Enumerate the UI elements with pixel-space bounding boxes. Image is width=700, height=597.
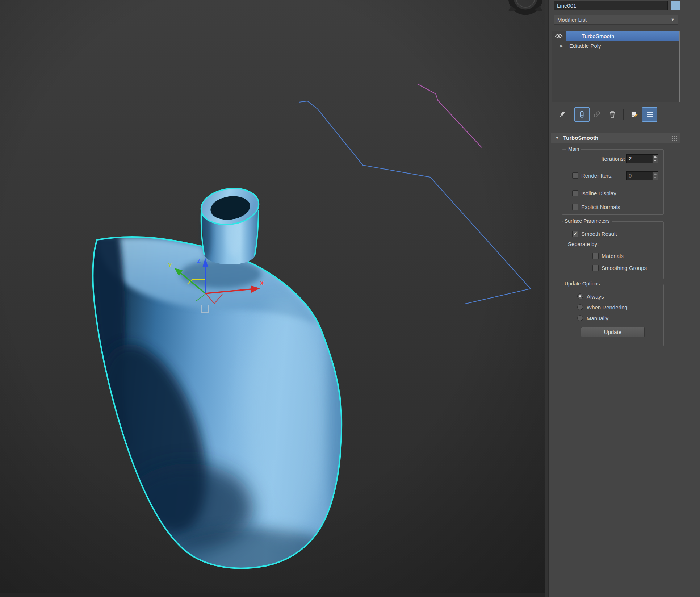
- show-end-result-button[interactable]: [574, 107, 590, 122]
- modifier-list-dropdown[interactable]: Modifier List ▼: [554, 15, 678, 25]
- viewport-canvas[interactable]: Z Y X: [0, 0, 545, 597]
- smooth-result-label: Smooth Result: [581, 230, 617, 238]
- viewport[interactable]: Z Y X: [0, 0, 545, 597]
- update-when-rendering-label: When Rendering: [587, 304, 628, 311]
- remove-modifier-button[interactable]: [605, 107, 620, 122]
- toolbar-separator: [571, 109, 571, 120]
- update-manually-label: Manually: [587, 315, 608, 322]
- isoline-display-checkbox[interactable]: ✓: [572, 190, 578, 196]
- max-window: Z Y X Line001 Modifier List ▼: [0, 0, 700, 597]
- render-iters-label: Render Iters:: [581, 172, 613, 179]
- render-iters-value: 0: [629, 172, 632, 180]
- spinner-down-arrow[interactable]: [653, 176, 658, 180]
- update-manually-radio[interactable]: [577, 315, 583, 321]
- modifier-visibility-eye-icon[interactable]: [552, 31, 566, 41]
- edit-modifier-button[interactable]: [627, 107, 642, 122]
- isoline-display-label: Isoline Display: [581, 190, 616, 197]
- command-panel: Line001 Modifier List ▼ TurboSmooth ▶ Ed…: [548, 0, 700, 597]
- render-iters-checkbox[interactable]: ✓: [572, 172, 578, 179]
- smooth-result-checkbox[interactable]: ✓: [572, 231, 578, 237]
- viewport-panel-divider[interactable]: [545, 0, 548, 597]
- chevron-down-icon: ▼: [671, 15, 675, 24]
- stack-item-label: TurboSmooth: [566, 31, 679, 41]
- modifier-stack-list[interactable]: TurboSmooth ▶ Editable Poly: [552, 31, 680, 102]
- materials-label: Materials: [602, 252, 624, 260]
- group-main-label: Main: [566, 146, 581, 152]
- modifier-list-label: Modifier List: [554, 17, 587, 23]
- axis-label-y: Y: [168, 262, 172, 268]
- materials-checkbox[interactable]: ✓: [592, 253, 599, 259]
- object-name-input[interactable]: Line001: [554, 1, 668, 10]
- group-main: Main Iterations: 2 ✓ Render Iters: 0 ✓ I…: [562, 149, 664, 215]
- stack-toolbar: [552, 106, 681, 123]
- smoothing-groups-checkbox[interactable]: ✓: [592, 265, 599, 271]
- explicit-normals-checkbox[interactable]: ✓: [572, 204, 578, 210]
- axis-label-z: Z: [197, 258, 201, 264]
- update-button[interactable]: Update: [581, 327, 645, 337]
- separate-by-label: Separate by:: [568, 241, 599, 248]
- notepad-pencil-icon: [630, 110, 639, 119]
- spinner-up-arrow[interactable]: [653, 172, 658, 176]
- show-end-result-icon: [578, 110, 586, 119]
- rollout-collapse-icon[interactable]: ▼: [555, 133, 559, 143]
- update-when-rendering-radio[interactable]: [577, 304, 583, 310]
- rollout-drag-grid-icon[interactable]: [672, 135, 677, 142]
- rollout-title: TurboSmooth: [563, 133, 598, 143]
- stack-item-label: Editable Poly: [566, 41, 679, 51]
- iterations-spinner[interactable]: 2: [626, 154, 658, 163]
- spinner-up-arrow[interactable]: [653, 155, 658, 159]
- list-icon: [645, 110, 654, 119]
- axis-label-x: X: [260, 280, 264, 287]
- group-update-options: Update Options Always When Rendering Man…: [562, 284, 664, 346]
- pin-stack-button[interactable]: [557, 107, 567, 122]
- spinner-down-arrow[interactable]: [653, 159, 658, 163]
- render-iters-spinner[interactable]: 0: [626, 171, 658, 180]
- viewport-bottom-strip: [0, 593, 545, 597]
- group-update-label: Update Options: [563, 281, 602, 287]
- explicit-normals-label: Explicit Normals: [581, 204, 620, 211]
- rollout-header-turbosmooth[interactable]: ▼ TurboSmooth: [551, 133, 680, 143]
- stack-item-turbosmooth[interactable]: TurboSmooth: [552, 31, 679, 41]
- smoothing-groups-label: Smoothing Groups: [602, 264, 647, 272]
- pin-icon: [558, 110, 566, 119]
- configure-modifier-sets-button[interactable]: [642, 107, 657, 122]
- expand-arrow-icon[interactable]: ▶: [560, 41, 563, 51]
- trash-icon: [608, 110, 617, 119]
- panel-sash-handle[interactable]: [608, 126, 625, 127]
- update-always-radio[interactable]: [577, 293, 583, 299]
- stack-item-editable-poly[interactable]: ▶ Editable Poly: [552, 41, 679, 51]
- object-color-swatch[interactable]: [671, 1, 680, 10]
- iterations-value: 2: [629, 155, 632, 163]
- make-unique-icon: [593, 110, 602, 119]
- group-surface-label: Surface Parameters: [563, 218, 612, 224]
- group-surface-parameters: Surface Parameters ✓ Smooth Result Separ…: [562, 221, 664, 279]
- iterations-label: Iterations:: [562, 155, 625, 163]
- toolbar-separator: [623, 109, 624, 120]
- update-always-label: Always: [587, 293, 604, 300]
- make-unique-button[interactable]: [590, 107, 605, 122]
